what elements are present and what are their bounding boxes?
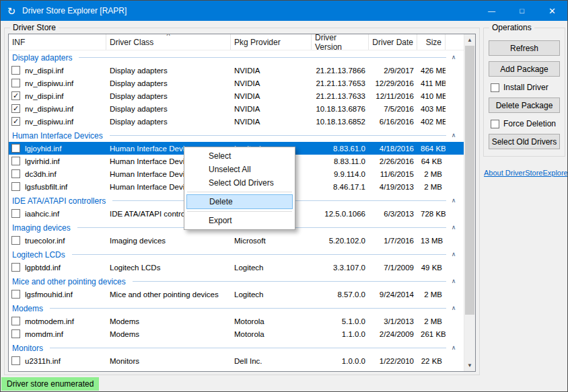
collapse-group-icon[interactable]: ∧ [448, 225, 460, 231]
cell-inf: ✓nv_dispi.inf [9, 91, 106, 100]
force-deletion-checkbox-box[interactable] [491, 120, 499, 128]
row-checkbox[interactable] [11, 66, 20, 75]
menu-item-export[interactable]: Export [186, 214, 293, 227]
collapse-group-icon[interactable]: ∧ [448, 198, 460, 204]
driver-row-lgpbtdd-inf[interactable]: lgpbtdd.infLogitech LCDsLogitech3.3.107.… [9, 261, 464, 274]
row-checkbox[interactable] [11, 209, 20, 218]
cell-size: 2 MB [417, 290, 446, 299]
cell-size: 2 MB [417, 183, 446, 191]
cell-date: 3/1/2013 [369, 317, 417, 325]
row-checkbox[interactable]: ✓ [11, 117, 20, 126]
column-header-inf[interactable]: INF [9, 34, 106, 50]
scrollbar-track[interactable] [464, 315, 475, 360]
group-name: Mice and other pointing devices [12, 277, 133, 286]
menu-item-unselect-all[interactable]: Unselect All [186, 163, 293, 176]
add-package-button[interactable]: Add Package [489, 61, 560, 77]
collapse-group-icon[interactable]: ∧ [448, 305, 460, 311]
operations-group-label: Operations [489, 23, 534, 32]
install-driver-checkbox[interactable]: Install Driver [491, 83, 565, 92]
column-header-provider[interactable]: Pkg Provider [231, 34, 312, 50]
group-header-modems: Modems∧ [9, 302, 464, 315]
collapse-group-icon[interactable]: ∧ [448, 132, 460, 139]
cell-inf: ✓nv_dispiwu.inf [9, 104, 106, 113]
collapse-group-icon[interactable]: ∧ [448, 345, 460, 351]
row-checkbox[interactable] [11, 144, 20, 153]
menu-item-select-old-drivers[interactable]: Select Old Drivers [186, 176, 293, 190]
group-header-monitors: Monitors∧ [9, 342, 464, 354]
row-checkbox[interactable] [11, 182, 20, 191]
titlebar[interactable]: ↻ Driver Store Explorer [RAPR] — □ ✕ [1, 1, 567, 21]
row-checkbox[interactable] [11, 236, 20, 245]
cell-driver_class: Display adapters [106, 67, 231, 75]
row-checkbox[interactable] [11, 356, 20, 365]
cell-provider: NVIDIA [231, 67, 312, 75]
group-header-logitech-lcds: Logitech LCDs∧ [9, 248, 464, 261]
collapse-group-icon[interactable]: ∧ [448, 251, 460, 258]
driver-row-nv-dispiwu-inf[interactable]: ✓nv_dispiwu.infDisplay adaptersNVIDIA10.… [9, 115, 464, 128]
app-icon: ↻ [1, 6, 22, 16]
force-deletion-checkbox[interactable]: Force Deletion [491, 119, 565, 128]
cell-provider: Dell Inc. [231, 357, 312, 365]
column-header-version[interactable]: Driver Version [312, 34, 369, 50]
cell-version: 8.46.17.1 [312, 183, 369, 191]
driver-row-motmodem-inf[interactable]: motmodem.infModemsMotorola5.1.0.03/1/201… [9, 315, 464, 327]
column-header-date[interactable]: Driver Date [369, 34, 417, 50]
menu-item-select[interactable]: Select [186, 149, 293, 163]
row-checkbox[interactable] [11, 157, 20, 165]
about-link[interactable]: About DriverStoreExplorer [484, 169, 568, 177]
row-checkbox[interactable] [11, 317, 20, 325]
vertical-scrollbar[interactable]: ▲ ▼ [464, 34, 475, 371]
menu-item-delete[interactable]: Delete [186, 194, 293, 209]
row-checkbox[interactable] [11, 329, 20, 338]
driver-row-nv-dispi-inf[interactable]: nv_dispi.infDisplay adaptersNVIDIA21.21.… [9, 64, 464, 77]
cell-size: 403 MB [417, 105, 446, 113]
row-checkbox[interactable]: ✓ [11, 104, 20, 113]
row-checkbox[interactable] [11, 290, 20, 299]
cell-size: 2 MB [417, 317, 446, 325]
cell-version: 8.83.11.0 [312, 157, 369, 165]
inf-name: nv_dispi.inf [25, 92, 64, 100]
refresh-button[interactable]: Refresh [489, 40, 560, 56]
row-checkbox[interactable] [11, 79, 20, 87]
cell-version: 3.3.107.0 [312, 264, 369, 272]
driver-row-lgsfmouhid-inf[interactable]: lgsfmouhid.infMice and other pointing de… [9, 288, 464, 301]
driver-row-nv-dispi-inf[interactable]: ✓nv_dispi.infDisplay adaptersNVIDIA21.21… [9, 89, 464, 102]
group-name: Imaging devices [12, 223, 77, 233]
cell-version: 8.57.0.0 [312, 290, 369, 299]
cell-size: 13 MB [417, 237, 446, 245]
cell-version: 21.21.13.7866 [312, 67, 369, 75]
column-header-size[interactable]: Size [417, 34, 446, 50]
row-checkbox[interactable]: ✓ [11, 91, 20, 100]
driver-row-truecolor-inf[interactable]: truecolor.infImaging devicesMicrosoft5.2… [9, 234, 464, 247]
scroll-up-icon[interactable]: ▲ [464, 34, 475, 46]
group-divider-line [72, 254, 446, 255]
cell-inf: nv_dispi.inf [9, 66, 106, 75]
scrollbar-thumb[interactable] [465, 46, 474, 315]
driver-row-nv-dispiwu-inf[interactable]: nv_dispiwu.infDisplay adaptersNVIDIA21.2… [9, 77, 464, 89]
inf-name: lgjoyhid.inf [25, 145, 61, 153]
delete-package-button[interactable]: Delete Package [489, 97, 560, 113]
collapse-group-icon[interactable]: ∧ [448, 54, 460, 61]
inf-name: motmodem.inf [25, 317, 74, 325]
column-header-driver_class[interactable]: Driver Class^ [106, 34, 231, 50]
group-divider-line [50, 348, 446, 348]
row-checkbox[interactable] [11, 263, 20, 272]
select-old-drivers-button[interactable]: Select Old Drivers [489, 134, 560, 149]
cell-version: 21.21.13.7653 [312, 79, 369, 87]
operations-groupbox: Operations Refresh Add Package Install D… [483, 28, 565, 157]
cell-provider: NVIDIA [231, 118, 312, 126]
cell-provider: Motorola [231, 330, 312, 338]
cell-date: 6/16/2016 [369, 118, 417, 126]
driver-row-momdm-inf[interactable]: momdm.infModemsMotorola1.1.0.02/24/20092… [9, 327, 464, 340]
driver-row-nv-dispiwu-inf[interactable]: ✓nv_dispiwu.infDisplay adaptersNVIDIA10.… [9, 102, 464, 115]
cell-size: 49 KB [417, 264, 446, 272]
scroll-down-icon[interactable]: ▼ [464, 360, 475, 371]
row-checkbox[interactable] [11, 169, 20, 178]
cell-driver_class: Display adapters [106, 118, 231, 126]
maximize-button[interactable]: □ [507, 1, 537, 21]
install-driver-checkbox-box[interactable] [491, 83, 499, 92]
collapse-group-icon[interactable]: ∧ [448, 278, 460, 284]
close-button[interactable]: ✕ [537, 1, 567, 21]
driver-row-u2311h-inf[interactable]: u2311h.infMonitorsDell Inc.1.0.0.01/22/2… [9, 354, 464, 367]
minimize-button[interactable]: — [476, 1, 507, 21]
